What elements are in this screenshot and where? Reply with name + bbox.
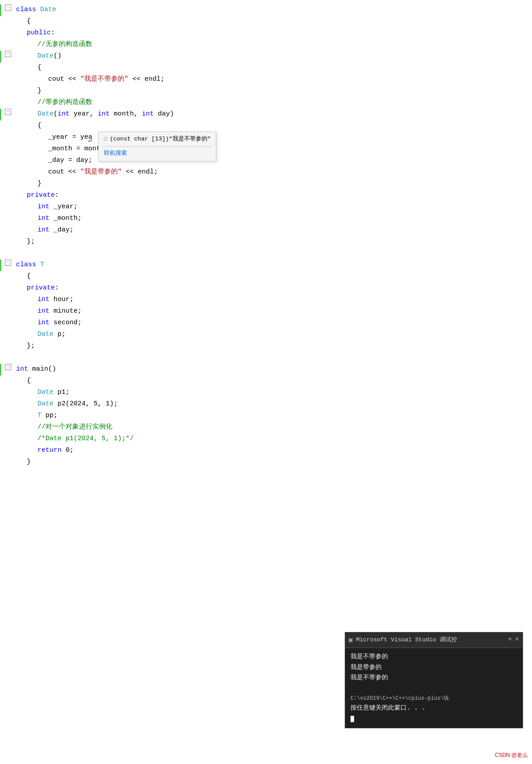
- token: p1;: [54, 388, 70, 396]
- token: T: [40, 261, 44, 268]
- code-line-2: {: [0, 16, 532, 28]
- token: int: [98, 110, 110, 118]
- token: << endl;: [122, 168, 158, 176]
- line-content-11: {: [16, 120, 532, 131]
- token: {: [37, 64, 41, 71]
- line-content-20: int _day;: [16, 225, 532, 235]
- line-content-24: {: [16, 271, 532, 282]
- code-line-36: T pp;: [0, 410, 532, 422]
- terminal-icon: ▣: [349, 635, 352, 645]
- line-content-10: Date(int year, int month, int day): [16, 109, 532, 120]
- code-line-9: //带参的构造函数: [0, 97, 532, 109]
- terminal-hint: 按任意键关闭此窗口. . .: [351, 703, 517, 714]
- token: day): [154, 110, 174, 118]
- code-line-20: int _day;: [0, 225, 532, 236]
- token: int: [37, 203, 49, 211]
- token: _day;: [49, 226, 74, 234]
- token: hour;: [49, 296, 74, 303]
- code-line-14: _day = day;: [0, 155, 532, 167]
- tooltip-item-1[interactable]: □ (const char [13])"我是不带参的": [102, 134, 212, 145]
- line-content-32: int main(): [16, 364, 532, 375]
- token: int: [16, 365, 28, 373]
- token: public: [27, 29, 51, 37]
- tooltip-box: □ (const char [13])"我是不带参的" 联机搜索: [98, 132, 216, 161]
- fold-box-5[interactable]: −: [5, 51, 11, 57]
- fold-box-23[interactable]: −: [5, 260, 11, 266]
- line-content-7: cout << ″我是不带参的″ << endl;: [16, 74, 532, 85]
- token: int: [142, 110, 154, 118]
- code-line-19: int _month;: [0, 213, 532, 225]
- fold-gutter-10[interactable]: −: [0, 109, 16, 115]
- token: //无参的构造函数: [37, 41, 92, 48]
- code-line-3: public:: [0, 28, 532, 39]
- fold-box-10[interactable]: −: [5, 109, 11, 115]
- code-line-30: };: [0, 341, 532, 352]
- code-line-38: /*Date p1(2024, 5, 1);*/: [0, 434, 532, 445]
- token: class: [16, 6, 40, 13]
- line-content-28: int second;: [16, 318, 532, 328]
- code-line-27: int minute;: [0, 306, 532, 318]
- token: class: [16, 261, 40, 268]
- terminal-line-1: 我是不带参的: [351, 652, 517, 662]
- terminal-titlebar: ▣ Microsoft Visual Studio 调试控 + ×: [345, 632, 523, 648]
- terminal-buttons: + ×: [508, 634, 519, 646]
- line-content-4: //无参的构造函数: [16, 39, 532, 50]
- code-line-7: cout << ″我是不带参的″ << endl;: [0, 74, 532, 86]
- token: //带参的构造函数: [37, 99, 92, 106]
- code-line-21: };: [0, 236, 532, 248]
- token: :: [55, 284, 59, 292]
- token: {: [27, 377, 31, 384]
- code-line-8: }: [0, 86, 532, 97]
- fold-box-1[interactable]: −: [5, 4, 11, 11]
- code-line-17: private:: [0, 190, 532, 202]
- line-content-29: Date p;: [16, 329, 532, 340]
- line-content-13: _month = month;: [16, 144, 532, 154]
- token: (): [54, 52, 62, 60]
- fold-gutter-1[interactable]: −: [0, 4, 16, 11]
- token: Date: [37, 52, 54, 60]
- terminal-close-btn[interactable]: ×: [515, 634, 519, 646]
- code-line-35: Date p2(2024, 5, 1);: [0, 399, 532, 410]
- token: 0;: [62, 446, 74, 454]
- token: }: [27, 458, 31, 466]
- line-content-9: //带参的构造函数: [16, 97, 532, 108]
- token: int: [37, 296, 49, 303]
- line-content-1: class Date: [16, 4, 532, 15]
- code-line-1: −class Date: [0, 4, 532, 16]
- terminal-plus-btn[interactable]: +: [508, 634, 512, 646]
- tooltip-link[interactable]: 联机搜索: [104, 149, 127, 158]
- token: int: [37, 226, 49, 234]
- token: private: [27, 191, 55, 199]
- token: Date: [37, 110, 54, 118]
- terminal-line-3: 我是不带参的: [351, 673, 517, 683]
- line-content-39: return 0;: [16, 445, 532, 456]
- line-content-40: }: [16, 457, 532, 467]
- fold-gutter-23[interactable]: −: [0, 260, 16, 266]
- fold-box-32[interactable]: −: [5, 364, 11, 370]
- fold-bar-32: [0, 364, 1, 376]
- line-content-26: int hour;: [16, 294, 532, 305]
- line-content-12: _year = yea: [16, 132, 532, 143]
- fold-gutter-32[interactable]: −: [0, 364, 16, 370]
- token: int: [58, 110, 70, 118]
- code-line-37: //对一个对象进行实例化: [0, 422, 532, 434]
- fold-bar-5: [0, 51, 1, 62]
- fold-gutter-5[interactable]: −: [0, 51, 16, 57]
- code-line-13: _month = month;: [0, 144, 532, 155]
- token: return: [37, 446, 62, 454]
- code-line-31: [0, 352, 532, 364]
- tooltip-item-2[interactable]: 联机搜索: [102, 148, 212, 159]
- token: p2(2024, 5, 1);: [54, 400, 118, 408]
- code-line-26: int hour;: [0, 294, 532, 306]
- code-line-15: cout << ″我是带参的″ << endl;: [0, 167, 532, 178]
- token: Date: [37, 388, 54, 396]
- line-content-30: };: [16, 341, 532, 351]
- token: /*Date p1(2024, 5, 1);*/: [37, 435, 134, 442]
- terminal-body: 我是不带参的 我是带参的 我是不带参的 C:\vs2019\C++\C++\cp…: [345, 648, 523, 728]
- token: _year = ye: [48, 133, 88, 141]
- line-content-3: public:: [16, 28, 532, 38]
- token: ″我是不带参的″: [80, 75, 128, 83]
- code-line-10: −Date(int year, int month, int day): [0, 109, 532, 120]
- code-line-40: }: [0, 457, 532, 468]
- token: second;: [49, 319, 82, 326]
